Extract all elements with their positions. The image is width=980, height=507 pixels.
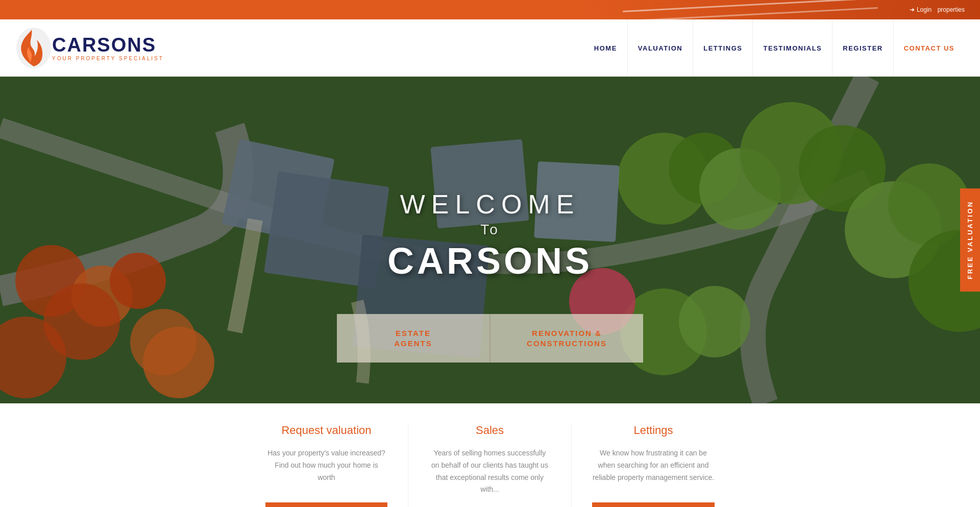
renovation-title: RENOVATION & CONSTRUCTIONS — [501, 328, 633, 348]
renovation-line1: RENOVATION & — [501, 328, 633, 339]
hero-to-text: To — [387, 222, 593, 238]
estate-agents-title: ESTATE AGENTS — [347, 328, 479, 348]
arrange-valuation-button[interactable]: ARRANGE A VALUATION — [265, 502, 387, 507]
login-arrow-icon: ➔ — [910, 6, 915, 13]
nav-home[interactable]: HOME — [584, 19, 628, 77]
logo-area: CARSONS YOUR PROPERTY SPECIALIST — [15, 26, 164, 70]
properties-link[interactable]: properties — [938, 6, 965, 13]
estate-agents-line2: AGENTS — [347, 339, 479, 349]
nav-valuation[interactable]: VALUATION — [628, 19, 693, 77]
hero-welcome-text: WELCOME — [387, 189, 593, 220]
site-header: CARSONS YOUR PROPERTY SPECIALIST HOME VA… — [0, 19, 980, 77]
logo-text-area: CARSONS YOUR PROPERTY SPECIALIST — [52, 35, 164, 61]
card-sales-text: Years of selling homes successfully on b… — [429, 447, 551, 496]
nav-testimonials[interactable]: TESTIMONIALS — [753, 19, 832, 77]
card-sales-title: Sales — [429, 424, 551, 437]
card-sales: Sales Years of selling homes successfull… — [408, 424, 572, 507]
card-lettings: Lettings We know how frustrating it can … — [572, 424, 735, 507]
cards-section: Request valuation Has your property's va… — [0, 403, 980, 507]
logo-tagline: YOUR PROPERTY SPECIALIST — [52, 56, 164, 61]
main-nav: HOME VALUATION LETTINGS TESTIMONIALS REG… — [584, 19, 965, 77]
top-login-area: ➔ Login properties — [910, 6, 965, 13]
estate-agents-box[interactable]: ESTATE AGENTS — [337, 314, 491, 363]
banner-decoration — [572, 0, 878, 19]
logo-name: CARSONS — [52, 35, 164, 55]
card-valuation-title: Request valuation — [265, 424, 387, 437]
nav-contact[interactable]: CONTACT US — [894, 19, 965, 77]
top-banner: ➔ Login properties — [0, 0, 980, 19]
card-lettings-title: Lettings — [592, 424, 715, 437]
renovation-line2: CONSTRUCTIONS — [501, 339, 633, 349]
login-separator — [934, 6, 935, 13]
card-valuation: Request valuation Has your property's va… — [245, 424, 408, 507]
nav-lettings[interactable]: LETTINGS — [693, 19, 753, 77]
free-valuation-tab[interactable]: FREE VALUATION — [960, 188, 980, 292]
login-link[interactable]: Login — [917, 6, 932, 13]
card-valuation-text: Has your property's value increased? Fin… — [265, 447, 387, 488]
nav-register[interactable]: REGISTER — [832, 19, 893, 77]
lettings-read-more-button[interactable]: READ MORE — [592, 502, 715, 507]
hero-content: WELCOME To CARSONS — [387, 189, 593, 282]
logo-flame-icon — [15, 26, 52, 70]
hero-section: WELCOME To CARSONS ESTATE AGENTS RENOVAT… — [0, 77, 980, 403]
estate-agents-line1: ESTATE — [347, 328, 479, 339]
service-boxes: ESTATE AGENTS RENOVATION & CONSTRUCTIONS — [337, 314, 643, 363]
card-lettings-text: We know how frustrating it can be when s… — [592, 447, 715, 488]
renovation-box[interactable]: RENOVATION & CONSTRUCTIONS — [491, 314, 643, 363]
hero-brand-name: CARSONS — [387, 240, 593, 282]
